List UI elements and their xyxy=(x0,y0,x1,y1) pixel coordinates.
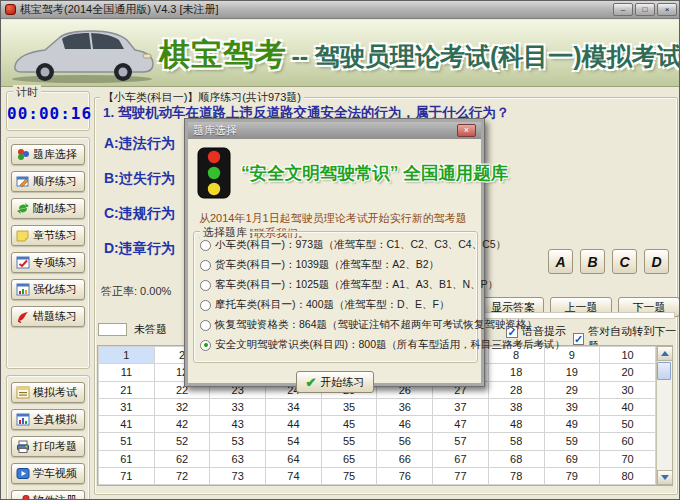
table-cell[interactable]: 79 xyxy=(544,467,600,484)
option-b[interactable]: B:过失行为 xyxy=(104,170,175,188)
sidebar-item-random-practice[interactable]: 随机练习 xyxy=(11,198,85,219)
table-cell[interactable]: 71 xyxy=(99,467,155,484)
scroll-down-icon[interactable] xyxy=(657,470,673,485)
table-cell[interactable]: 61 xyxy=(99,450,155,467)
sidebar-item-driving-videos[interactable]: 学车视频 xyxy=(11,463,85,484)
checkbox-icon[interactable]: ✓ xyxy=(573,333,584,345)
table-cell[interactable]: 72 xyxy=(154,467,210,484)
table-cell[interactable]: 59 xyxy=(544,433,600,450)
option-d[interactable]: D:违章行为 xyxy=(104,240,175,258)
bank-option-truck[interactable]: 货车类(科目一)：1039题（准驾车型：A2、B2） xyxy=(200,258,477,272)
answer-b-button[interactable]: B xyxy=(580,249,605,274)
bank-option-motorcycle[interactable]: 摩托车类(科目一)：400题（准驾车型：D、E、F） xyxy=(200,298,477,312)
table-cell[interactable]: 11 xyxy=(99,364,155,381)
scrollbar-thumb[interactable] xyxy=(657,362,671,380)
table-cell[interactable]: 1 xyxy=(99,347,155,364)
table-cell[interactable]: 20 xyxy=(600,364,656,381)
sidebar-item-wrong-question-practice[interactable]: 错题练习 xyxy=(11,306,85,327)
table-cell[interactable]: 40 xyxy=(600,398,656,415)
bank-option-bus[interactable]: 客车类(科目一)：1025题（准驾车型：A1、A3、B1、N、P） xyxy=(200,278,477,292)
table-cell[interactable]: 49 xyxy=(544,416,600,433)
table-cell[interactable]: 69 xyxy=(544,450,600,467)
bank-option-restore-license[interactable]: 恢复驾驶资格类：864题（驾驶证注销不超两年可考试恢复驾驶资格） xyxy=(200,318,477,332)
table-cell[interactable]: 55 xyxy=(321,433,377,450)
start-practice-button[interactable]: ✔ 开始练习 xyxy=(296,371,374,393)
table-cell[interactable]: 10 xyxy=(600,347,656,364)
table-cell[interactable]: 60 xyxy=(600,433,656,450)
sidebar-item-print-questions[interactable]: 打印考题 xyxy=(11,436,85,457)
table-cell[interactable]: 38 xyxy=(488,398,544,415)
option-a[interactable]: A:违法行为 xyxy=(104,135,175,153)
table-cell[interactable]: 28 xyxy=(488,381,544,398)
table-cell[interactable]: 29 xyxy=(544,381,600,398)
scroll-up-icon[interactable] xyxy=(657,346,673,361)
minimize-icon[interactable]: – xyxy=(613,3,633,16)
table-cell[interactable]: 50 xyxy=(600,416,656,433)
table-cell[interactable]: 35 xyxy=(321,398,377,415)
radio-icon[interactable] xyxy=(200,340,211,351)
table-cell[interactable]: 41 xyxy=(99,416,155,433)
table-cell[interactable]: 46 xyxy=(377,416,433,433)
bank-option-car[interactable]: 小车类(科目一)：973题（准驾车型：C1、C2、C3、C4、C5） xyxy=(200,238,477,252)
sidebar-item-special-practice[interactable]: 专项练习 xyxy=(11,252,85,273)
maximize-icon[interactable]: □ xyxy=(635,3,655,16)
table-cell[interactable]: 48 xyxy=(488,416,544,433)
table-cell[interactable]: 30 xyxy=(600,381,656,398)
table-cell[interactable]: 42 xyxy=(154,416,210,433)
table-cell[interactable]: 19 xyxy=(544,364,600,381)
table-cell[interactable]: 63 xyxy=(210,450,266,467)
table-cell[interactable]: 45 xyxy=(321,416,377,433)
answer-d-button[interactable]: D xyxy=(644,249,669,274)
table-cell[interactable]: 64 xyxy=(266,450,322,467)
sidebar-item-sequential-practice[interactable]: 顺序练习 xyxy=(11,171,85,192)
table-cell[interactable]: 36 xyxy=(377,398,433,415)
table-cell[interactable]: 77 xyxy=(433,467,489,484)
bank-option-safe-civilized[interactable]: 安全文明驾驶常识类(科目四)：800题（所有车型适用，科目三路考后考试） xyxy=(200,338,477,352)
table-cell[interactable]: 37 xyxy=(433,398,489,415)
answer-a-button[interactable]: A xyxy=(548,249,573,274)
title-bar[interactable]: 棋宝驾考(2014全国通用版) V4.3 [未注册] – □ × xyxy=(1,1,680,19)
dialog-close-icon[interactable]: × xyxy=(457,124,476,137)
table-cell[interactable]: 78 xyxy=(488,467,544,484)
table-cell[interactable]: 53 xyxy=(210,433,266,450)
table-cell[interactable]: 43 xyxy=(210,416,266,433)
table-cell[interactable]: 62 xyxy=(154,450,210,467)
table-cell[interactable]: 66 xyxy=(377,450,433,467)
sidebar-item-chapter-practice[interactable]: 章节练习 xyxy=(11,225,85,246)
table-cell[interactable]: 80 xyxy=(600,467,656,484)
table-cell[interactable]: 56 xyxy=(377,433,433,450)
table-cell[interactable]: 57 xyxy=(433,433,489,450)
table-cell[interactable]: 31 xyxy=(99,398,155,415)
table-cell[interactable]: 47 xyxy=(433,416,489,433)
option-c[interactable]: C:违规行为 xyxy=(104,205,175,223)
close-icon[interactable]: × xyxy=(657,3,677,16)
sidebar-item-full-simulation[interactable]: 全真模拟 xyxy=(11,409,85,430)
table-cell[interactable]: 34 xyxy=(266,398,322,415)
table-cell[interactable]: 70 xyxy=(600,450,656,467)
table-cell[interactable]: 67 xyxy=(433,450,489,467)
table-cell[interactable]: 44 xyxy=(266,416,322,433)
radio-icon[interactable] xyxy=(200,240,211,251)
sidebar-item-bank-select[interactable]: 题库选择 xyxy=(11,144,85,165)
table-cell[interactable]: 51 xyxy=(99,433,155,450)
table-cell[interactable]: 68 xyxy=(488,450,544,467)
table-cell[interactable]: 18 xyxy=(488,364,544,381)
sidebar-item-mock-exam[interactable]: 模拟考试 xyxy=(11,382,85,403)
table-cell[interactable]: 52 xyxy=(154,433,210,450)
table-cell[interactable]: 39 xyxy=(544,398,600,415)
table-cell[interactable]: 33 xyxy=(210,398,266,415)
vertical-scrollbar[interactable] xyxy=(656,346,672,485)
table-cell[interactable]: 73 xyxy=(210,467,266,484)
table-cell[interactable]: 65 xyxy=(321,450,377,467)
answer-c-button[interactable]: C xyxy=(612,249,637,274)
table-cell[interactable]: 21 xyxy=(99,381,155,398)
radio-icon[interactable] xyxy=(200,280,211,291)
table-cell[interactable]: 54 xyxy=(266,433,322,450)
radio-icon[interactable] xyxy=(200,260,211,271)
radio-icon[interactable] xyxy=(200,300,211,311)
table-cell[interactable]: 75 xyxy=(321,467,377,484)
table-cell[interactable]: 76 xyxy=(377,467,433,484)
table-cell[interactable]: 74 xyxy=(266,467,322,484)
table-cell[interactable]: 58 xyxy=(488,433,544,450)
dialog-title-bar[interactable]: 题库选择 × xyxy=(188,122,481,139)
